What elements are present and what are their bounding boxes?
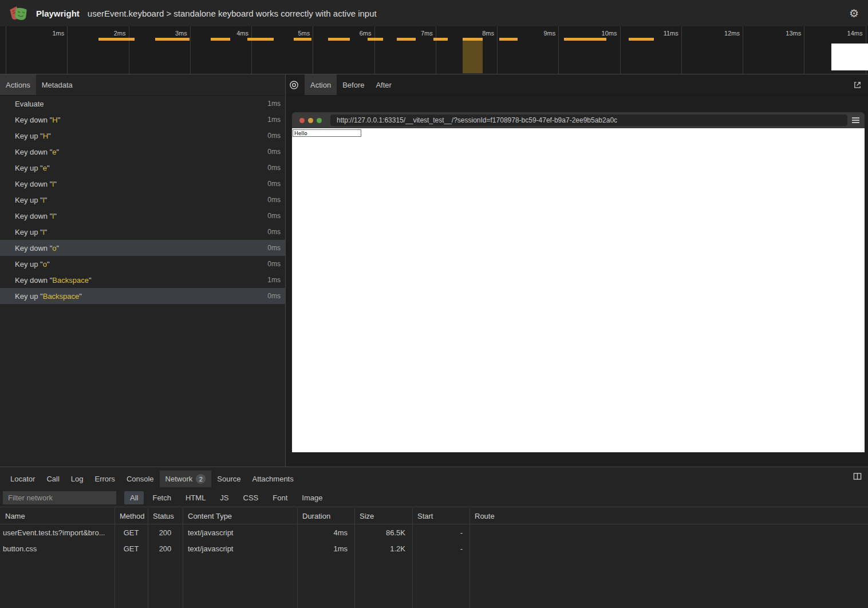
action-title: Key down "l" bbox=[15, 180, 267, 188]
tab-log[interactable]: Log bbox=[65, 471, 89, 487]
filter-chip-all[interactable]: All bbox=[124, 491, 144, 504]
tab-attachments[interactable]: Attachments bbox=[246, 471, 299, 487]
cell-duration: 1ms bbox=[297, 544, 354, 553]
tab-source[interactable]: Source bbox=[211, 471, 246, 487]
action-row[interactable]: Key up "o"0ms bbox=[0, 256, 285, 272]
pick-locator-icon[interactable] bbox=[286, 74, 301, 95]
traffic-light-green-icon bbox=[317, 118, 322, 123]
column-header-size: Size bbox=[354, 512, 412, 520]
tab-label: Call bbox=[46, 475, 59, 483]
action-row[interactable]: Evaluate1ms bbox=[0, 96, 285, 112]
filter-chip-html[interactable]: HTML bbox=[180, 491, 211, 504]
test-title: userEvent.keyboard > standalone keyboard… bbox=[88, 9, 377, 18]
filter-chip-image[interactable]: Image bbox=[296, 491, 328, 504]
action-row[interactable]: Key down "H"1ms bbox=[0, 112, 285, 128]
action-row[interactable]: Key up "H"0ms bbox=[0, 128, 285, 144]
action-duration: 0ms bbox=[267, 228, 281, 236]
tab-after[interactable]: After bbox=[370, 74, 397, 95]
action-duration: 0ms bbox=[267, 244, 281, 252]
network-request-row[interactable]: userEvent.test.ts?import&bro...GET200tex… bbox=[0, 524, 868, 540]
action-key-value: H bbox=[52, 116, 57, 124]
tab-console[interactable]: Console bbox=[121, 471, 160, 487]
cell-size: 86.5K bbox=[354, 528, 412, 537]
timeline-action-bar[interactable] bbox=[294, 38, 311, 41]
action-row[interactable]: Key down "o"0ms bbox=[0, 240, 285, 256]
timeline-ruler-label: 6ms bbox=[313, 30, 371, 37]
tab-actions[interactable]: Actions bbox=[0, 74, 36, 95]
action-row[interactable]: Key down "Backspace"1ms bbox=[0, 272, 285, 288]
snapshot-tabstrip: ActionBeforeAfter bbox=[286, 74, 868, 96]
snapshot-text-input[interactable] bbox=[293, 129, 361, 137]
action-row[interactable]: Key up "l"0ms bbox=[0, 192, 285, 208]
action-row[interactable]: Key down "l"0ms bbox=[0, 176, 285, 192]
timeline-action-bar[interactable] bbox=[433, 38, 448, 41]
filter-chip-fetch[interactable]: Fetch bbox=[147, 491, 177, 504]
filter-chip-css[interactable]: CSS bbox=[238, 491, 265, 504]
column-header-method: Method bbox=[115, 512, 148, 520]
actions-tabstrip: ActionsMetadata bbox=[0, 74, 285, 96]
action-key-value: e bbox=[52, 148, 56, 156]
details-panel: LocatorCallLogErrorsConsoleNetwork2Sourc… bbox=[0, 467, 868, 608]
tab-call[interactable]: Call bbox=[41, 471, 65, 487]
open-snapshot-icon[interactable] bbox=[850, 74, 865, 95]
action-key-value: Backspace bbox=[52, 276, 89, 285]
timeline-action-bar[interactable] bbox=[155, 38, 190, 41]
tab-label: Before bbox=[342, 81, 364, 89]
timeline-ruler-label: 10ms bbox=[558, 30, 617, 37]
tab-label: Errors bbox=[94, 475, 115, 483]
column-divider bbox=[183, 508, 183, 608]
toggle-panel-layout-icon[interactable] bbox=[850, 472, 865, 480]
timeline-action-bar[interactable] bbox=[98, 38, 135, 41]
tab-before[interactable]: Before bbox=[337, 74, 370, 95]
action-row[interactable]: Key up "e"0ms bbox=[0, 160, 285, 176]
timeline-action-bar[interactable] bbox=[629, 38, 654, 41]
timeline-action-bar[interactable] bbox=[328, 38, 350, 41]
tab-network[interactable]: Network2 bbox=[160, 471, 212, 487]
action-row[interactable]: Key down "l"0ms bbox=[0, 208, 285, 224]
network-filter-input[interactable] bbox=[3, 491, 116, 504]
action-duration: 0ms bbox=[267, 132, 281, 140]
timeline[interactable]: 1ms2ms3ms4ms5ms6ms7ms8ms9ms10ms11ms12ms1… bbox=[0, 26, 868, 74]
column-header-start: Start bbox=[412, 512, 469, 520]
tab-locator[interactable]: Locator bbox=[5, 471, 41, 487]
cell-status: 200 bbox=[148, 544, 183, 553]
action-key-value: l bbox=[43, 228, 45, 236]
settings-gear-icon[interactable]: ⚙ bbox=[849, 8, 859, 19]
tab-label: Metadata bbox=[42, 81, 73, 89]
tab-label: Action bbox=[310, 81, 331, 89]
cell-start: - bbox=[412, 528, 469, 537]
timeline-action-bar[interactable] bbox=[463, 38, 483, 41]
tab-errors[interactable]: Errors bbox=[89, 471, 120, 487]
snapshot-page[interactable] bbox=[292, 128, 865, 452]
filter-chip-font[interactable]: Font bbox=[267, 491, 293, 504]
filter-chip-js[interactable]: JS bbox=[214, 491, 234, 504]
resource-type-filters: AllFetchHTMLJSCSSFontImage bbox=[116, 491, 328, 504]
timeline-ruler-label: 13ms bbox=[743, 30, 801, 37]
action-duration: 0ms bbox=[267, 148, 281, 156]
network-request-row[interactable]: button.cssGET200text/javascript1ms1.2K- bbox=[0, 540, 868, 556]
timeline-action-bar[interactable] bbox=[499, 38, 518, 41]
action-key-value: o bbox=[52, 244, 56, 252]
tab-label: Console bbox=[127, 475, 154, 483]
action-title: Key up "o" bbox=[15, 260, 267, 269]
action-row[interactable]: Key down "e"0ms bbox=[0, 144, 285, 160]
column-header-duration: Duration bbox=[297, 512, 354, 520]
action-duration: 0ms bbox=[267, 212, 281, 220]
hamburger-menu-icon bbox=[852, 117, 859, 123]
timeline-action-bar[interactable] bbox=[211, 38, 230, 41]
timeline-action-bar[interactable] bbox=[368, 38, 383, 41]
action-duration: 0ms bbox=[267, 260, 281, 268]
action-row[interactable]: Key up "Backspace"0ms bbox=[0, 288, 285, 304]
actions-panel: ActionsMetadata Evaluate1msKey down "H"1… bbox=[0, 74, 286, 467]
timeline-ruler-label: 7ms bbox=[374, 30, 433, 37]
column-divider bbox=[297, 508, 298, 608]
timeline-selected-action-bar[interactable] bbox=[463, 38, 483, 73]
action-row[interactable]: Key up "l"0ms bbox=[0, 224, 285, 240]
timeline-action-bar[interactable] bbox=[564, 38, 606, 41]
film-strip-frame[interactable] bbox=[831, 44, 868, 70]
timeline-action-bar[interactable] bbox=[247, 38, 274, 41]
tab-metadata[interactable]: Metadata bbox=[36, 74, 78, 95]
tab-action[interactable]: Action bbox=[305, 74, 337, 95]
tab-label: Attachments bbox=[252, 475, 293, 483]
timeline-action-bar[interactable] bbox=[397, 38, 416, 41]
